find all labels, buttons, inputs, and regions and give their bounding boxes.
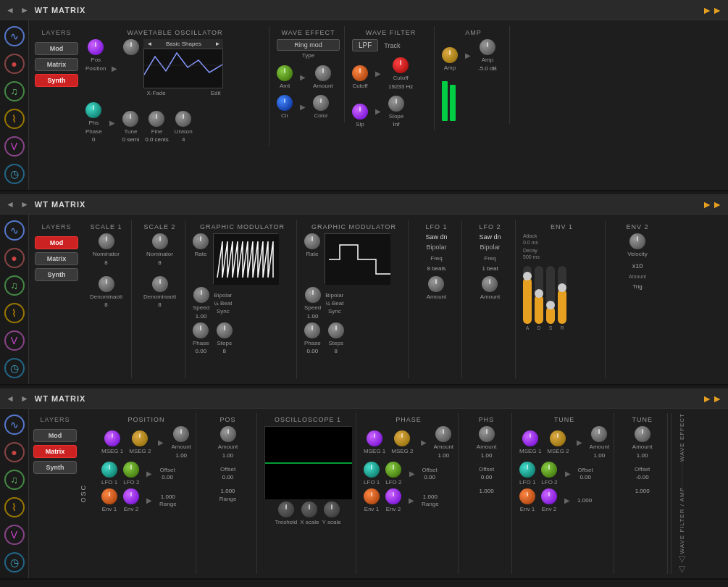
phase-mseg2-knob[interactable] [394, 430, 410, 446]
phase-mseg1-knob[interactable] [367, 430, 382, 446]
slope-knob[interactable] [388, 96, 404, 112]
tune-env1-knob[interactable] [519, 488, 535, 504]
tune-env2-knob[interactable] [541, 488, 557, 504]
sidebar-v-icon[interactable]: V [4, 136, 25, 157]
tune-knob[interactable] [122, 111, 138, 127]
p2-nav-next[interactable]: ► [20, 199, 29, 209]
p2-v-icon[interactable]: V [4, 330, 25, 351]
adsr-s-slider[interactable] [546, 266, 555, 324]
gmod1-phase-knob[interactable] [193, 322, 209, 338]
gmod1-speed-knob[interactable] [193, 287, 209, 303]
scale1-nom-knob[interactable] [99, 233, 114, 249]
tune-mseg2-knob[interactable] [550, 430, 566, 446]
pos-mseg2-knob[interactable] [132, 430, 148, 446]
sidebar-arp-icon[interactable]: ⌇ [4, 109, 25, 129]
amp-src-knob[interactable] [442, 47, 458, 63]
clr-knob[interactable] [277, 95, 293, 111]
cutoff-src-knob[interactable] [352, 65, 368, 81]
layer-synth-btn[interactable]: Synth [35, 74, 78, 87]
color-knob[interactable] [313, 95, 329, 111]
p3-arp-icon[interactable]: ⌇ [4, 497, 25, 517]
cutoff-dest-knob[interactable] [393, 57, 409, 73]
gmod1-display[interactable] [213, 233, 278, 284]
treshold-knob[interactable] [278, 501, 294, 517]
unison-knob[interactable] [175, 111, 191, 127]
p3-wave-icon[interactable]: ∿ [4, 415, 25, 435]
nav-prev-arrow[interactable]: ◄ [6, 5, 14, 15]
panel3-ff[interactable]: ►► [702, 393, 722, 404]
gmod2-steps-knob[interactable] [328, 322, 344, 338]
scale2-nom-knob[interactable] [152, 233, 168, 249]
amount-knob[interactable] [315, 65, 331, 81]
scale2-den-knob[interactable] [152, 276, 168, 292]
phs-sec-amount-knob[interactable] [479, 426, 495, 442]
adsr-r-slider[interactable] [558, 266, 566, 324]
amt-knob[interactable] [277, 65, 293, 81]
p2-wave-icon[interactable]: ∿ [4, 220, 25, 241]
sidebar-music-icon[interactable]: ♫ [4, 81, 25, 101]
p2-layer-matrix-btn[interactable]: Matrix [35, 252, 78, 265]
phase-lfo2-knob[interactable] [385, 462, 401, 478]
p2-music-icon[interactable]: ♫ [4, 275, 25, 296]
yscale-knob[interactable] [324, 501, 340, 517]
position-knob[interactable] [123, 39, 139, 55]
pos-sec-amount-knob[interactable] [220, 426, 236, 442]
p2-clock-icon[interactable]: ◷ [4, 358, 25, 378]
sidebar-circle-icon[interactable]: ● [4, 54, 25, 74]
ring-mod-type[interactable]: Ring mod [277, 39, 340, 51]
adsr-a-slider[interactable] [523, 266, 532, 324]
lfo2-amount-knob[interactable] [482, 276, 498, 292]
pos-amount-knob[interactable] [173, 426, 189, 442]
p3-nav-next[interactable]: ► [20, 394, 29, 404]
pos-lfo2-knob[interactable] [123, 462, 139, 478]
slp-knob[interactable] [352, 104, 368, 120]
phase-amount-knob[interactable] [435, 426, 451, 442]
edit-label[interactable]: Edit [211, 90, 221, 96]
phs-knob[interactable] [85, 102, 101, 118]
adsr-d-slider[interactable] [535, 266, 543, 324]
sidebar-clock-icon[interactable]: ◷ [4, 164, 25, 184]
phase-env2-knob[interactable] [385, 488, 401, 504]
phase-lfo1-knob[interactable] [364, 462, 380, 478]
gmod1-steps-knob[interactable] [217, 322, 233, 338]
velocity-knob[interactable] [629, 233, 645, 249]
pos-lfo1-knob[interactable] [101, 462, 117, 478]
lfo1-amount-knob[interactable] [428, 276, 444, 292]
tune2-sec-amount-knob[interactable] [635, 426, 650, 442]
tune-lfo2-knob[interactable] [541, 462, 557, 478]
pos-env1-knob[interactable] [101, 488, 117, 504]
layer-mod-btn[interactable]: Mod [35, 42, 78, 55]
p2-layer-synth-btn[interactable]: Synth [35, 268, 78, 281]
panel1-ff[interactable]: ►► [702, 4, 722, 16]
gmod2-phase-knob[interactable] [304, 322, 320, 338]
oscilloscope-display[interactable] [264, 426, 351, 499]
p3-layer-mod-btn[interactable]: Mod [33, 429, 77, 442]
p3-layer-matrix-btn[interactable]: Matrix [33, 445, 77, 458]
p2-arp-icon[interactable]: ⌇ [4, 303, 25, 323]
amp-dest-knob[interactable] [480, 39, 495, 55]
phase-env1-knob[interactable] [364, 488, 380, 504]
pos-mseg1-knob[interactable] [104, 430, 120, 446]
gmod2-rate-knob[interactable] [304, 233, 320, 249]
gmod2-display[interactable] [325, 233, 390, 284]
tune-lfo1-knob[interactable] [519, 462, 535, 478]
pos-knob[interactable] [88, 39, 104, 55]
p3-nav-prev[interactable]: ◄ [6, 394, 14, 404]
layer-matrix-btn[interactable]: Matrix [35, 58, 78, 71]
p3-circle-icon[interactable]: ● [4, 442, 25, 462]
fine-knob[interactable] [148, 111, 164, 127]
tune-amount-knob[interactable] [591, 426, 607, 442]
p3-layer-synth-btn[interactable]: Synth [33, 461, 77, 474]
panel2-ff[interactable]: ►► [702, 199, 722, 210]
p2-circle-icon[interactable]: ● [4, 248, 25, 268]
pos-env2-knob[interactable] [123, 488, 139, 504]
xscale-knob[interactable] [301, 501, 317, 517]
p3-v-icon[interactable]: V [4, 525, 25, 545]
sidebar-wave-icon[interactable]: ∿ [4, 26, 25, 46]
p3-music-icon[interactable]: ♫ [4, 470, 25, 490]
nav-next-arrow[interactable]: ► [20, 5, 29, 15]
p2-layer-mod-btn[interactable]: Mod [35, 236, 78, 249]
p3-clock-icon[interactable]: ◷ [4, 552, 25, 573]
gmod2-speed-knob[interactable] [305, 287, 321, 303]
wt-display[interactable] [143, 49, 223, 88]
